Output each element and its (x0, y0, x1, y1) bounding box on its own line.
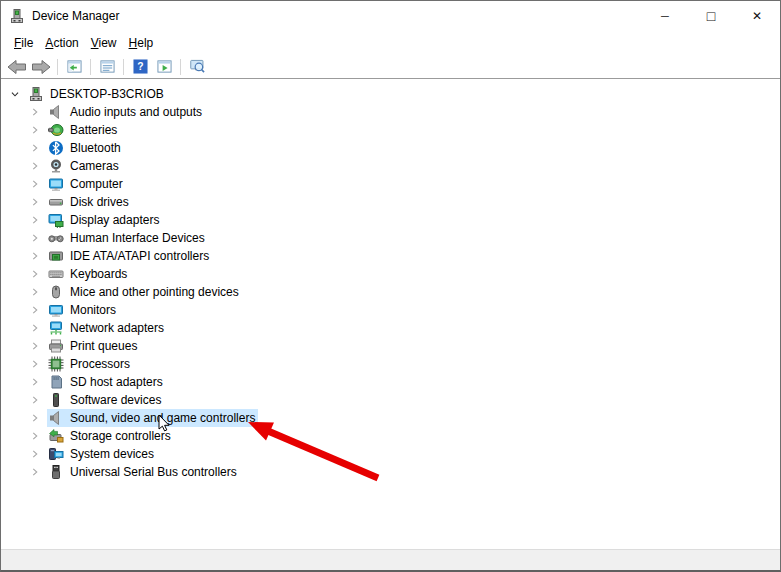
tree-item-monitors[interactable]: Monitors (1, 301, 780, 319)
tree-item-label: Human Interface Devices (70, 229, 205, 247)
tree-item-label: Sound, video and game controllers (70, 409, 255, 427)
chevron-right-icon[interactable] (25, 392, 45, 408)
tree-item-batteries[interactable]: Batteries (1, 121, 780, 139)
menu-bar: FileActionViewHelp (1, 31, 780, 55)
system-device-icon (48, 446, 64, 462)
row-content: Network adapters (47, 319, 167, 337)
properties-icon (99, 59, 116, 74)
row-content: Disk drives (47, 193, 132, 211)
tree-item-system-devices[interactable]: System devices (1, 445, 780, 463)
properties-button[interactable] (95, 57, 119, 77)
computer-device-icon (28, 86, 44, 102)
chevron-right-icon[interactable] (25, 122, 45, 138)
chevron-right-icon[interactable] (25, 302, 45, 318)
chevron-down-icon[interactable] (5, 86, 25, 102)
chevron-right-icon[interactable] (25, 356, 45, 372)
chevron-right-icon[interactable] (25, 374, 45, 390)
tree-item-processors[interactable]: Processors (1, 355, 780, 373)
tree-item-sound-video-and-game-controllers[interactable]: Sound, video and game controllers (1, 409, 780, 427)
tree-item-mice-and-other-pointing-devices[interactable]: Mice and other pointing devices (1, 283, 780, 301)
row-content: Mice and other pointing devices (47, 283, 242, 301)
tree-item-keyboards[interactable]: Keyboards (1, 265, 780, 283)
chevron-right-icon[interactable] (25, 194, 45, 210)
show-console-tree-button[interactable] (62, 57, 86, 77)
gamepad-icon (48, 230, 64, 246)
chevron-right-icon[interactable] (25, 158, 45, 174)
scan-hardware-changes-button[interactable] (185, 57, 209, 77)
chevron-right-icon[interactable] (25, 338, 45, 354)
tree-item-audio-inputs-and-outputs[interactable]: Audio inputs and outputs (1, 103, 780, 121)
chevron-right-icon[interactable] (25, 230, 45, 246)
tree-item-label: Computer (70, 175, 123, 193)
chevron-right-icon[interactable] (25, 464, 45, 480)
chevron-right-icon[interactable] (25, 320, 45, 336)
help-icon: ? (132, 59, 149, 74)
tree-item-human-interface-devices[interactable]: Human Interface Devices (1, 229, 780, 247)
chevron-right-icon[interactable] (25, 104, 45, 120)
row-content: Universal Serial Bus controllers (47, 463, 240, 481)
tree-item-print-queues[interactable]: Print queues (1, 337, 780, 355)
tree-item-storage-controllers[interactable]: Storage controllers (1, 427, 780, 445)
toolbar: ? (1, 55, 780, 78)
usb-icon (48, 464, 64, 480)
camera-icon (48, 158, 64, 174)
tree-item-label: Software devices (70, 391, 161, 409)
speaker-icon (48, 104, 64, 120)
tree-item-label: System devices (70, 445, 154, 463)
tree-item-label: DESKTOP-B3CRIOB (50, 85, 164, 103)
tree-item-sd-host-adapters[interactable]: SD host adapters (1, 373, 780, 391)
maximize-button[interactable]: □ (688, 1, 734, 31)
tree-item-cameras[interactable]: Cameras (1, 157, 780, 175)
tree-item-bluetooth[interactable]: Bluetooth (1, 139, 780, 157)
tree-item-display-adapters[interactable]: Display adapters (1, 211, 780, 229)
chevron-right-icon[interactable] (25, 266, 45, 282)
chevron-right-icon[interactable] (25, 284, 45, 300)
tree-item-software-devices[interactable]: Software devices (1, 391, 780, 409)
back-arrow-icon (6, 59, 28, 75)
tree-item-universal-serial-bus-controllers[interactable]: Universal Serial Bus controllers (1, 463, 780, 481)
console-tree-icon (66, 59, 83, 74)
action-pane-button[interactable] (152, 57, 176, 77)
tree-item-label: Monitors (70, 301, 116, 319)
back-button[interactable] (5, 57, 29, 77)
battery-icon (48, 122, 64, 138)
printer-icon (48, 338, 64, 354)
toolbar-separator (57, 59, 58, 75)
tree-item-disk-drives[interactable]: Disk drives (1, 193, 780, 211)
menu-file[interactable]: File (8, 33, 39, 53)
tree-item-ide-ata-atapi-controllers[interactable]: IDE ATA/ATAPI controllers (1, 247, 780, 265)
menu-view[interactable]: View (85, 33, 123, 53)
menu-action[interactable]: Action (39, 33, 84, 53)
chevron-right-icon[interactable] (25, 140, 45, 156)
row-content: Display adapters (47, 211, 162, 229)
storage-controller-icon (48, 428, 64, 444)
help-button[interactable]: ? (128, 57, 152, 77)
chevron-right-icon[interactable] (25, 410, 45, 426)
selected-highlight: Sound, video and game controllers (47, 409, 258, 427)
minimize-button[interactable]: ─ (642, 1, 688, 31)
chevron-right-icon[interactable] (25, 248, 45, 264)
tree-item-label: Network adapters (70, 319, 164, 337)
scan-hardware-icon (189, 59, 206, 74)
chevron-right-icon[interactable] (25, 176, 45, 192)
row-content: Monitors (47, 301, 119, 319)
monitor-icon (48, 302, 64, 318)
svg-text:?: ? (137, 61, 143, 72)
chevron-right-icon[interactable] (25, 428, 45, 444)
forward-button[interactable] (29, 57, 53, 77)
row-content: Audio inputs and outputs (47, 103, 205, 121)
tree-item-label: IDE ATA/ATAPI controllers (70, 247, 209, 265)
tree-item-network-adapters[interactable]: Network adapters (1, 319, 780, 337)
tree-item-computer[interactable]: Computer (1, 175, 780, 193)
close-button[interactable]: ✕ (734, 1, 780, 31)
processor-icon (48, 356, 64, 372)
chevron-right-icon[interactable] (25, 446, 45, 462)
device-manager-app-icon (9, 8, 25, 24)
chevron-right-icon[interactable] (25, 212, 45, 228)
tree-item-label: Mice and other pointing devices (70, 283, 239, 301)
menu-help[interactable]: Help (123, 33, 160, 53)
status-bar (1, 549, 780, 570)
tree-item-desktop-b3criob[interactable]: DESKTOP-B3CRIOB (1, 85, 780, 103)
row-content: Processors (47, 355, 133, 373)
device-tree: DESKTOP-B3CRIOBAudio inputs and outputsB… (1, 79, 780, 481)
